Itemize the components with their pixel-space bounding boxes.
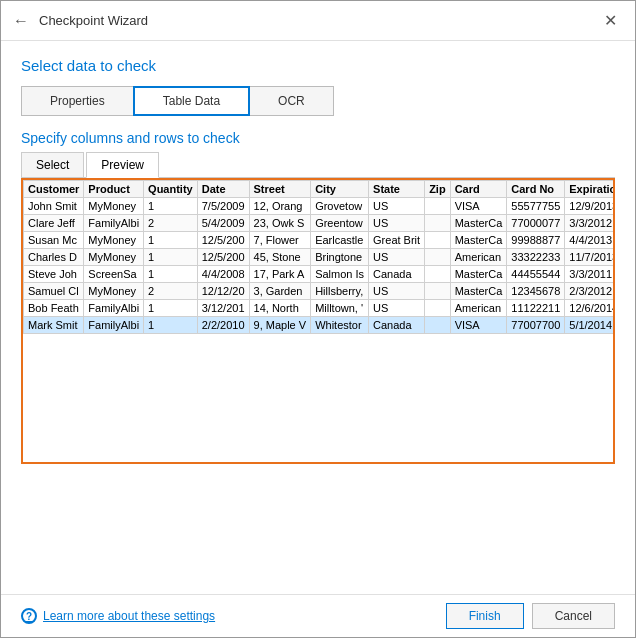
table-cell: VISA <box>450 317 507 334</box>
table-cell <box>425 266 451 283</box>
table-cell: 12, Orang <box>249 198 311 215</box>
table-cell: MasterCa <box>450 215 507 232</box>
table-cell <box>425 317 451 334</box>
footer-buttons: Finish Cancel <box>446 603 615 629</box>
table-cell: 12/5/200 <box>197 232 249 249</box>
table-cell: 17, Park A <box>249 266 311 283</box>
table-cell: ScreenSa <box>84 266 144 283</box>
table-cell: 44455544 <box>507 266 565 283</box>
empty-area <box>21 464 615 584</box>
tab-tabledata[interactable]: Table Data <box>133 86 250 116</box>
table-cell: Grovetow <box>311 198 369 215</box>
back-button[interactable]: ← <box>13 12 29 30</box>
table-cell: MyMoney <box>84 198 144 215</box>
table-cell: Samuel Cl <box>24 283 84 300</box>
table-cell: Mark Smit <box>24 317 84 334</box>
col-header: City <box>311 181 369 198</box>
table-cell: 2/3/2012 <box>565 283 615 300</box>
table-cell: 5/4/2009 <box>197 215 249 232</box>
table-cell: 3/12/201 <box>197 300 249 317</box>
table-cell: US <box>369 283 425 300</box>
table-cell: 77000077 <box>507 215 565 232</box>
tab-ocr[interactable]: OCR <box>249 86 334 116</box>
table-cell: 14, North <box>249 300 311 317</box>
table-cell: Whitestor <box>311 317 369 334</box>
tab-preview[interactable]: Preview <box>86 152 159 178</box>
data-table-container: CustomerProductQuantityDateStreetCitySta… <box>21 178 615 464</box>
table-cell: 1 <box>144 317 198 334</box>
table-cell: Bringtone <box>311 249 369 266</box>
table-cell: 2 <box>144 215 198 232</box>
checkpoint-wizard-dialog: ← Checkpoint Wizard ✕ Select data to che… <box>0 0 636 638</box>
table-cell: 11/7/2013 <box>565 249 615 266</box>
table-row[interactable]: Susan McMyMoney112/5/2007, FlowerEarlcas… <box>24 232 616 249</box>
table-cell: 11122211 <box>507 300 565 317</box>
table-cell: 55577755 <box>507 198 565 215</box>
table-cell: Salmon Is <box>311 266 369 283</box>
bottom-bar: ? Learn more about these settings Finish… <box>1 594 635 637</box>
table-row[interactable]: Clare JeffFamilyAlbi25/4/200923, Owk SGr… <box>24 215 616 232</box>
table-cell: Milltown, ' <box>311 300 369 317</box>
table-cell: 1 <box>144 232 198 249</box>
table-cell <box>425 232 451 249</box>
table-cell: 23, Owk S <box>249 215 311 232</box>
col-header: Card <box>450 181 507 198</box>
table-cell: 77007700 <box>507 317 565 334</box>
learn-more-text: Learn more about these settings <box>43 609 215 623</box>
table-cell: US <box>369 300 425 317</box>
table-cell: 4/4/2013 <box>565 232 615 249</box>
table-cell: 3, Garden <box>249 283 311 300</box>
table-row[interactable]: John SmitMyMoney17/5/200912, OrangGrovet… <box>24 198 616 215</box>
table-row[interactable]: Bob FeathFamilyAlbi13/12/20114, NorthMil… <box>24 300 616 317</box>
table-cell: 1 <box>144 198 198 215</box>
table-row[interactable]: Steve JohScreenSa14/4/200817, Park ASalm… <box>24 266 616 283</box>
table-cell: MyMoney <box>84 232 144 249</box>
cancel-button[interactable]: Cancel <box>532 603 615 629</box>
table-cell: VISA <box>450 198 507 215</box>
table-cell: John Smit <box>24 198 84 215</box>
table-cell: 99988877 <box>507 232 565 249</box>
table-cell: 3/3/2011 <box>565 266 615 283</box>
col-header: Product <box>84 181 144 198</box>
table-cell: MyMoney <box>84 249 144 266</box>
tab-select[interactable]: Select <box>21 152 84 177</box>
table-cell: Greentow <box>311 215 369 232</box>
table-cell: Canada <box>369 266 425 283</box>
col-header: Card No <box>507 181 565 198</box>
tab-properties[interactable]: Properties <box>21 86 134 116</box>
col-header: Street <box>249 181 311 198</box>
table-cell <box>425 283 451 300</box>
data-type-tabs: Properties Table Data OCR <box>21 86 615 116</box>
help-icon: ? <box>21 608 37 624</box>
col-header: Expiration <box>565 181 615 198</box>
table-cell: 3/3/2012 <box>565 215 615 232</box>
table-cell: 4/4/2008 <box>197 266 249 283</box>
table-row[interactable]: Mark SmitFamilyAlbi12/2/20109, Maple VWh… <box>24 317 616 334</box>
col-header: Customer <box>24 181 84 198</box>
table-row[interactable]: Charles DMyMoney112/5/20045, StoneBringt… <box>24 249 616 266</box>
table-cell: Steve Joh <box>24 266 84 283</box>
table-cell <box>425 249 451 266</box>
table-cell: American <box>450 249 507 266</box>
table-cell: MasterCa <box>450 232 507 249</box>
table-cell: 2/2/2010 <box>197 317 249 334</box>
close-button[interactable]: ✕ <box>598 9 623 32</box>
table-cell: US <box>369 215 425 232</box>
table-cell: 2 <box>144 283 198 300</box>
table-cell <box>425 215 451 232</box>
table-cell: Charles D <box>24 249 84 266</box>
table-cell: Bob Feath <box>24 300 84 317</box>
table-cell: FamilyAlbi <box>84 317 144 334</box>
table-cell: 45, Stone <box>249 249 311 266</box>
col-header: Date <box>197 181 249 198</box>
finish-button[interactable]: Finish <box>446 603 524 629</box>
table-row[interactable]: Samuel ClMyMoney212/12/203, GardenHillsb… <box>24 283 616 300</box>
select-data-heading: Select data to check <box>21 57 615 74</box>
table-cell: 5/1/2014 <box>565 317 615 334</box>
table-cell: 9, Maple V <box>249 317 311 334</box>
table-cell: Earlcastle <box>311 232 369 249</box>
col-header: Zip <box>425 181 451 198</box>
table-cell: 33322233 <box>507 249 565 266</box>
table-cell: MasterCa <box>450 266 507 283</box>
learn-more-link[interactable]: ? Learn more about these settings <box>21 608 215 624</box>
